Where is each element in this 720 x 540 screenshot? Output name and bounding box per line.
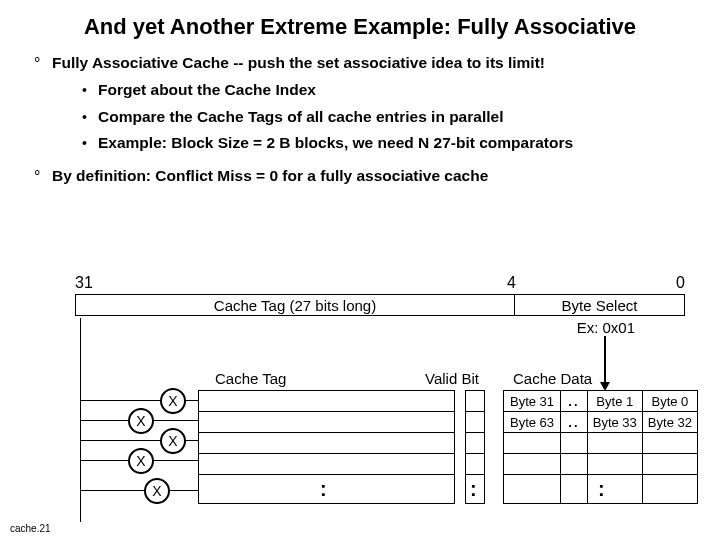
address-layout: 31 4 0 Cache Tag (27 bits long) Byte Sel… bbox=[75, 274, 685, 336]
bit-31-label: 31 bbox=[75, 274, 93, 292]
degree-icon: ° bbox=[34, 165, 52, 188]
connector bbox=[80, 440, 160, 441]
data-cell: Byte 33 bbox=[588, 412, 643, 432]
slide-title: And yet Another Extreme Example: Fully A… bbox=[0, 0, 720, 52]
data-cell: Byte 0 bbox=[643, 391, 697, 411]
byte-select-example: Ex: 0x01 bbox=[75, 319, 685, 336]
bullet-icon: • bbox=[82, 132, 98, 153]
connector bbox=[80, 460, 128, 461]
data-cell: Byte 32 bbox=[643, 412, 697, 432]
vdots: : bbox=[320, 478, 327, 501]
connector bbox=[152, 460, 198, 461]
bullet-1b: Compare the Cache Tags of all cache entr… bbox=[98, 106, 503, 128]
connector bbox=[80, 490, 144, 491]
data-ellipsis: .. bbox=[561, 412, 588, 432]
bullet-1c: Example: Block Size = 2 B blocks, we nee… bbox=[98, 132, 573, 154]
slide-footer: cache.21 bbox=[10, 523, 51, 534]
hdr-valid-bit: Valid Bit bbox=[425, 370, 479, 387]
bit-4-label: 4 bbox=[507, 274, 516, 292]
comparator-icon: X bbox=[128, 408, 154, 434]
bullet-icon: • bbox=[82, 79, 98, 100]
connector bbox=[152, 420, 198, 421]
hdr-cache-data: Cache Data bbox=[513, 370, 592, 387]
degree-icon: ° bbox=[34, 52, 52, 75]
comparator-icon: X bbox=[160, 428, 186, 454]
vdots: : bbox=[470, 478, 477, 501]
connector bbox=[184, 440, 198, 441]
connector bbox=[80, 400, 160, 401]
connector bbox=[168, 490, 198, 491]
data-cell: Byte 31 bbox=[504, 391, 561, 411]
data-cell: Byte 63 bbox=[504, 412, 561, 432]
bullet-1: Fully Associative Cache -- push the set … bbox=[52, 52, 545, 74]
comparator-icon: X bbox=[128, 448, 154, 474]
comparator-icon: X bbox=[160, 388, 186, 414]
bit-0-label: 0 bbox=[676, 274, 685, 292]
addr-byte-select-field: Byte Select bbox=[515, 294, 685, 316]
hdr-cache-tag: Cache Tag bbox=[215, 370, 286, 387]
bullet-2: By definition: Conflict Miss = 0 for a f… bbox=[52, 165, 488, 187]
bullet-1a: Forget about the Cache Index bbox=[98, 79, 316, 101]
connector bbox=[80, 420, 128, 421]
bullet-block: ° Fully Associative Cache -- push the se… bbox=[0, 52, 720, 188]
vdots: : bbox=[598, 478, 605, 501]
comparator-icon: X bbox=[144, 478, 170, 504]
addr-tag-field: Cache Tag (27 bits long) bbox=[75, 294, 515, 316]
connector bbox=[184, 400, 198, 401]
data-ellipsis: .. bbox=[561, 391, 588, 411]
data-cell: Byte 1 bbox=[588, 391, 643, 411]
bullet-icon: • bbox=[82, 106, 98, 127]
cache-diagram: Cache Tag Valid Bit Cache Data Byte 31 .… bbox=[0, 370, 720, 530]
